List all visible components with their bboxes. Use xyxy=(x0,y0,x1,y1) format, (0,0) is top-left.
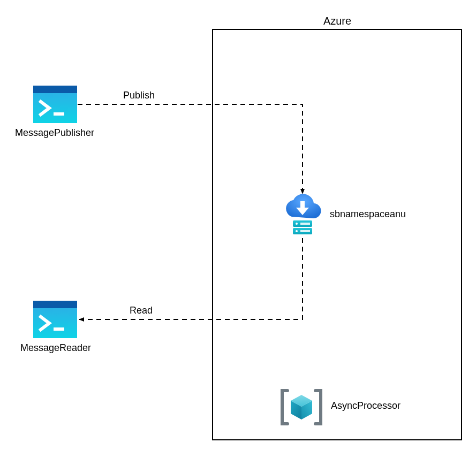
edge-publish-label: Publish xyxy=(123,90,155,101)
terminal-icon xyxy=(33,86,77,123)
message-publisher-label: MessagePublisher xyxy=(15,127,94,139)
resource-group-node xyxy=(278,387,325,427)
svg-rect-1 xyxy=(33,93,77,123)
message-reader-node xyxy=(33,301,77,338)
svg-rect-2 xyxy=(54,112,64,116)
cloud-service-bus-icon xyxy=(281,194,324,237)
svg-rect-3 xyxy=(33,301,77,308)
svg-rect-5 xyxy=(54,327,64,331)
service-bus-label: sbnamespaceanu xyxy=(330,209,406,220)
svg-rect-0 xyxy=(33,86,77,93)
resource-group-label: AsyncProcessor xyxy=(331,400,401,411)
azure-boundary-title: Azure xyxy=(321,15,353,27)
architecture-diagram: Azure Publish Read Messag xyxy=(0,0,476,450)
svg-rect-11 xyxy=(300,230,310,232)
edge-read-label: Read xyxy=(130,305,153,316)
message-reader-label: MessageReader xyxy=(20,342,91,354)
message-publisher-node xyxy=(33,86,77,123)
svg-point-9 xyxy=(296,230,298,232)
resource-group-icon xyxy=(278,387,325,427)
service-bus-node xyxy=(281,194,324,237)
svg-rect-10 xyxy=(300,223,310,225)
azure-boundary xyxy=(212,29,462,440)
terminal-icon xyxy=(33,301,77,338)
svg-point-8 xyxy=(296,223,298,225)
svg-rect-4 xyxy=(33,308,77,338)
